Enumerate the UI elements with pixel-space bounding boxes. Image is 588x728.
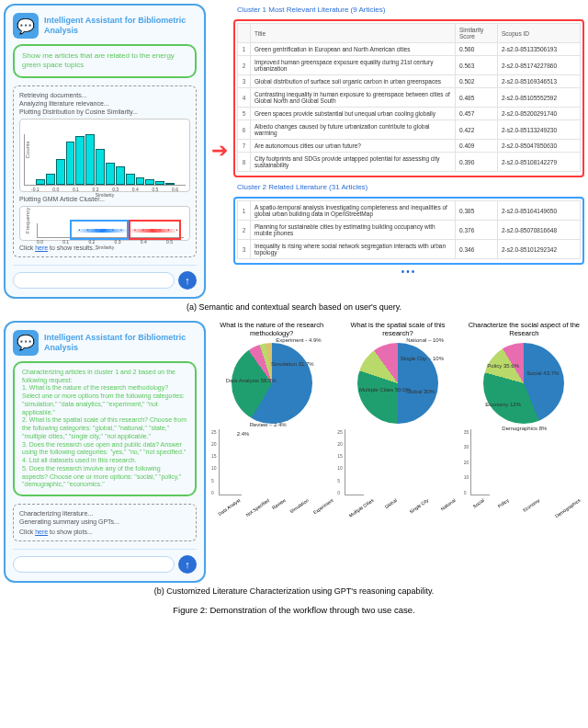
bar-label: Data Analyst: [217, 497, 241, 517]
row-scopus-id: 2-s2.0-85108142279: [498, 153, 581, 172]
th-title: Title: [251, 24, 456, 43]
row-score: 0.485: [456, 88, 498, 108]
row-index: 4: [238, 88, 251, 108]
table-row: 6Albedo changes caused by future urbaniz…: [238, 120, 581, 140]
chat-header: 💬 Intelligent Assistant for Bibliometric…: [13, 13, 197, 39]
row-index: 8: [238, 153, 251, 172]
row-scopus-id: 2-s2.0-85047850630: [498, 140, 581, 153]
pie-scale: What is the spatial scale of this resear…: [337, 321, 458, 424]
pie-methodology: What is the nature of the research metho…: [211, 321, 332, 424]
send-button[interactable]: ↑: [178, 555, 197, 574]
panel-b-row: 💬 Intelligent Assistant for Bibliometric…: [4, 321, 584, 583]
figure-2: 💬 Intelligent Assistant for Bibliometric…: [0, 0, 588, 619]
status-box-b: Characterizing literature... Generating …: [13, 504, 197, 541]
hist-bar: [145, 179, 154, 185]
pie-chart: Social 43.7% Policy 35.6% Economy 12% De…: [483, 343, 564, 424]
row-title: Planning for sustainable cities by estim…: [251, 221, 456, 240]
panel-a-row: 💬 Intelligent Assistant for Bibliometric…: [4, 4, 584, 299]
hist-bar: [96, 149, 105, 185]
gmm-cluster-plot: Frequency • • • • • • • • • • • • 0.00.1…: [19, 206, 190, 241]
row-title: Albedo changes caused by future urbaniza…: [251, 120, 456, 140]
bar-label: Multiple Cities: [347, 497, 374, 518]
row-index: 5: [238, 108, 251, 120]
row-scopus-id: 2-s2.0-85105552592: [498, 88, 581, 108]
cluster-box-blue: [70, 220, 129, 240]
row-title: Inequality is rising where social networ…: [251, 240, 456, 259]
cluster1-table: Title Similarity Score Scopus ID 1Green …: [233, 19, 584, 177]
row-scopus-id: 2-s2.0-85174227860: [498, 56, 581, 75]
bar-label: Policy: [496, 497, 509, 509]
row-score: 0.346: [456, 240, 498, 259]
pie-social: Characterize the social aspect of the Re…: [464, 321, 584, 424]
send-button[interactable]: ↑: [178, 271, 197, 290]
row-scopus-id: 2-s2.0-85070816648: [498, 221, 581, 240]
x-axis-label: Similarity: [24, 192, 186, 198]
subcaption-b: (b) Customized Literature Characterizati…: [4, 586, 584, 596]
pie-title: What is the nature of the research metho…: [211, 321, 332, 339]
bar-label: Review: [271, 497, 287, 510]
y-axis-label: Frequency: [25, 208, 30, 233]
row-score: 0.457: [456, 108, 498, 120]
result-link: Click here to show plots...: [19, 529, 190, 535]
subcaption-a: (a) Semantic and contextual search based…: [4, 302, 584, 312]
row-scopus-id: 2-s2.0-85133506193: [498, 43, 581, 56]
hist-bar: [36, 179, 45, 185]
show-plots-link[interactable]: here: [35, 529, 48, 535]
chat-title: Intelligent Assistant for Bibliometric A…: [44, 333, 197, 353]
hist-bar: [56, 159, 65, 185]
status-line: Plotting Distribution by Cosine Similari…: [19, 108, 190, 115]
user-message-b: Characterizing articles in cluster 1 and…: [13, 361, 197, 496]
cluster2-table: 1A spatio-temporal analysis investigatin…: [233, 197, 584, 265]
bot-avatar-icon: 💬: [13, 13, 39, 39]
bar-label: Demographics: [554, 497, 582, 518]
row-index: 2: [238, 221, 251, 240]
hist-bar: [116, 166, 125, 185]
th-id: Scopus ID: [498, 24, 581, 43]
table-row: 2Planning for sustainable cities by esti…: [238, 221, 581, 240]
hist-bar: [165, 183, 175, 185]
cluster1-caption: Cluster 1 Most Relevant Literature (9 Ar…: [233, 4, 584, 16]
row-score: 0.502: [456, 75, 498, 88]
row-scopus-id: 2-s2.0-85200291740: [498, 108, 581, 120]
hist-bar: [126, 174, 135, 185]
row-scopus-id: 2-s2.0-85133249230: [498, 120, 581, 140]
bar-methodology: 2520151050 Data AnalystNot SpecifiedRevi…: [211, 429, 332, 503]
table-row: 5Green spaces provide substantial but un…: [238, 108, 581, 120]
row-index: 7: [238, 140, 251, 153]
pie-title: What is the spatial scale of this resear…: [337, 321, 458, 339]
bar-label: Social: [472, 497, 486, 509]
user-message-a: Show me articles that are related to the…: [13, 44, 197, 78]
hist-bar: [155, 181, 164, 185]
hist-bar: [85, 134, 95, 185]
row-score: 0.376: [456, 221, 498, 240]
ellipsis-icon: •••: [233, 267, 584, 277]
chat-text-input[interactable]: [13, 272, 175, 289]
chat-panel-a: 💬 Intelligent Assistant for Bibliometric…: [4, 4, 206, 299]
x-axis-label: Similarity: [24, 245, 186, 250]
status-line: Analyzing literature relevance...: [19, 100, 190, 107]
row-title: A spatio-temporal analysis investigating…: [251, 201, 456, 221]
pie-row: What is the nature of the research metho…: [211, 321, 584, 424]
table-row: 2Improved human greenspace exposure equa…: [238, 56, 581, 75]
row-title: Global distribution of surface soil orga…: [251, 75, 456, 88]
row-scopus-id: 2-s2.0-85101292342: [498, 240, 581, 259]
status-line: Retrieving documents...: [19, 92, 190, 98]
row-title: City footprints and SDGs provide untappe…: [251, 153, 456, 172]
row-index: 6: [238, 120, 251, 140]
bar-label: Experiment: [312, 497, 334, 515]
status-line: Generating summary using GPTs...: [19, 518, 190, 525]
bot-avatar-icon: 💬: [13, 330, 39, 356]
hist-bar: [75, 136, 85, 185]
table-row: 8City footprints and SDGs provide untapp…: [238, 153, 581, 172]
row-score: 0.422: [456, 120, 498, 140]
row-score: 0.563: [456, 56, 498, 75]
chat-input-row: ↑: [13, 265, 197, 290]
row-title: Are autonomous cities our urban future?: [251, 140, 456, 153]
y-axis-label: Counts: [25, 141, 30, 158]
row-scopus-id: 2-s2.0-85169346513: [498, 75, 581, 88]
row-title: Green gentrification in European and Nor…: [251, 43, 456, 56]
bar-social: 353020100 SocialPolicyEconomyDemographic…: [464, 429, 584, 503]
table-row: 1A spatio-temporal analysis investigatin…: [238, 201, 581, 221]
chat-text-input[interactable]: [13, 556, 175, 573]
row-index: 1: [238, 43, 251, 56]
